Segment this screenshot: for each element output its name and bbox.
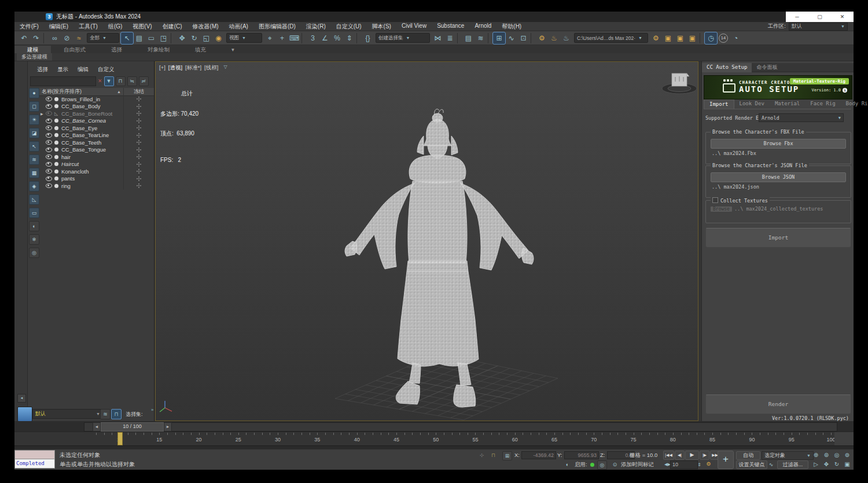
frozen-cell[interactable] <box>123 153 154 161</box>
display-cameras-icon[interactable]: ◪ <box>29 128 39 138</box>
visibility-eye-icon[interactable] <box>46 169 52 174</box>
pan-icon[interactable]: ✥ <box>822 460 831 468</box>
menu-item-8[interactable]: 图形编辑器(D) <box>253 23 301 31</box>
select-and-move-icon[interactable]: ✥ <box>176 32 188 44</box>
absolute-mode-icon[interactable]: ⊞ <box>502 451 512 460</box>
list-item[interactable]: Konancloth <box>39 168 154 175</box>
mirror-icon[interactable]: ⋈ <box>432 32 444 44</box>
maximize-button[interactable]: ▢ <box>808 12 831 23</box>
menu-item-6[interactable]: 修改器(M) <box>187 23 224 31</box>
list-item[interactable]: Haircut <box>39 161 154 168</box>
list-item[interactable]: pants <box>39 175 154 183</box>
menu-item-14[interactable]: Arnold <box>469 23 496 31</box>
ribbon-tab-4[interactable]: 填充 <box>182 46 219 53</box>
angle-snap-icon[interactable]: ∠ <box>319 32 331 44</box>
list-item[interactable]: CC_Base_Body <box>39 103 154 110</box>
list-item[interactable]: CC_Base_Teeth <box>39 139 154 146</box>
frozen-cell[interactable] <box>123 168 154 175</box>
search-input[interactable] <box>30 76 96 86</box>
menu-item-1[interactable]: 编辑(E) <box>44 23 73 31</box>
frozen-cell[interactable] <box>123 117 154 125</box>
filter-icon[interactable]: ▼ <box>104 76 114 86</box>
layer-manager-icon[interactable]: ≋ <box>100 409 111 419</box>
minimize-button[interactable]: ─ <box>786 12 808 23</box>
select-and-scale-icon[interactable]: ◱ <box>200 32 212 44</box>
zoom-all-icon[interactable]: ⊛ <box>822 451 831 459</box>
display-containers-icon[interactable]: ▭ <box>29 208 39 218</box>
list-item[interactable]: CC_Base_Tongue <box>39 146 154 154</box>
menu-item-10[interactable]: 自定义(U) <box>331 23 367 31</box>
zoom-icon[interactable]: ⊕ <box>811 451 821 459</box>
display-groups-icon[interactable]: ▦ <box>29 168 39 178</box>
time-configuration-icon[interactable]: ◷ <box>705 32 717 44</box>
visibility-eye-icon[interactable] <box>46 97 52 101</box>
frame-rate-badge[interactable]: 14 <box>719 34 728 43</box>
select-by-name-icon[interactable]: ▤ <box>133 32 145 44</box>
active-layer-dropdown[interactable]: 默认▼ <box>32 409 103 419</box>
auto-key-button[interactable]: 自动 <box>736 451 760 460</box>
unlink-selection-icon[interactable]: ⊘ <box>61 32 73 44</box>
x-coord-field[interactable]: -4369.42 <box>521 451 556 459</box>
playback-speed-icon[interactable]: ◔ <box>730 32 742 44</box>
menu-item-4[interactable]: 视图(V) <box>127 23 157 31</box>
listener-macro-row[interactable] <box>14 450 55 459</box>
transform-gizmo-icon[interactable]: ⊹ <box>477 451 486 459</box>
workspace-dropdown[interactable]: 默认▼ <box>789 23 848 31</box>
display-geometry-icon[interactable]: ● <box>29 88 39 98</box>
lock-icon[interactable]: ⊓ <box>116 76 126 86</box>
tab-command-panel[interactable]: 命令面板 <box>752 63 782 72</box>
display-hidden-icon[interactable]: ◎ <box>29 248 39 258</box>
frozen-cell[interactable] <box>123 110 154 117</box>
select-object-icon[interactable]: ↖ <box>121 32 133 44</box>
material-ball-icon[interactable]: ◐ <box>563 460 572 469</box>
visibility-eye-icon[interactable] <box>46 183 52 188</box>
material-editor-icon[interactable]: ⚙ <box>536 32 548 44</box>
selection-lock-icon[interactable]: ⊓ <box>489 451 498 459</box>
current-frame-caret[interactable] <box>117 432 123 445</box>
maxscript-mini-listener[interactable]: Completed <box>14 450 55 469</box>
maximize-viewport-icon[interactable]: ▣ <box>843 460 852 468</box>
orbit-icon[interactable]: ↻ <box>832 460 841 468</box>
view-cube[interactable] <box>662 73 697 94</box>
display-xrefs-icon[interactable]: ◈ <box>29 181 39 191</box>
time-slider-track[interactable] <box>84 422 837 432</box>
rectangular-selection-icon[interactable]: ▭ <box>145 32 157 44</box>
zoom-extents-icon[interactable]: ◎ <box>832 451 841 459</box>
keyboard-override-icon[interactable]: ⌨ <box>288 32 300 44</box>
expand-all-icon[interactable]: ≒ <box>127 76 137 86</box>
named-selection-sets-icon[interactable]: {} <box>362 32 374 44</box>
character-wireframe[interactable] <box>345 109 534 407</box>
explorer-menu-3[interactable]: 自定义 <box>98 66 115 73</box>
list-item[interactable]: ring <box>39 182 154 190</box>
curve-editor-icon[interactable]: ∿ <box>505 32 517 44</box>
clear-search-icon[interactable]: ✕ <box>98 78 102 84</box>
explorer-menu-0[interactable]: 选择 <box>37 66 48 73</box>
display-frozen-icon[interactable]: ❄ <box>29 234 39 245</box>
visibility-eye-icon[interactable] <box>46 111 52 116</box>
collect-browse-button[interactable]: Browse <box>711 207 732 212</box>
set-keys-button[interactable]: + <box>718 451 734 469</box>
list-item[interactable]: Brows_Filled_in <box>39 95 154 103</box>
frozen-cell[interactable] <box>123 146 154 154</box>
named-sets-dropdown[interactable]: 创建选择集▼ <box>376 33 430 43</box>
visibility-eye-icon[interactable] <box>46 133 52 138</box>
frozen-cell[interactable] <box>123 132 154 139</box>
undo-icon[interactable]: ↶ <box>18 32 30 44</box>
snaps-toggle-icon[interactable]: 3 <box>307 32 319 44</box>
frozen-cell[interactable] <box>123 124 154 132</box>
frame-spinner[interactable]: ⇕ <box>695 460 704 469</box>
ribbon-tab-2[interactable]: 选择 <box>98 46 135 53</box>
set-key-button[interactable]: 设置关键点 <box>736 460 767 469</box>
select-and-link-icon[interactable]: ∞ <box>49 32 61 44</box>
redo-icon[interactable]: ↷ <box>30 32 42 44</box>
project-folder-dropdown[interactable]: C:\Users\Ad…ds Max 202·▼ <box>574 33 648 43</box>
zoom-extents-all-icon[interactable]: ⊚ <box>843 451 852 459</box>
ribbon-tab-0[interactable]: 建模 <box>14 46 51 53</box>
schematic-view-icon[interactable]: ⊡ <box>517 32 529 44</box>
viewport-menu-style[interactable]: [线框] <box>204 64 218 72</box>
object-name[interactable]: CC_Base_Body <box>61 103 123 109</box>
new-project-folder-icon[interactable]: ▣ <box>662 32 674 44</box>
list-item[interactable]: hair <box>39 153 154 161</box>
cc-tab-import[interactable]: Import <box>704 99 734 109</box>
object-name[interactable]: CC_Base_TearLine <box>61 132 123 138</box>
